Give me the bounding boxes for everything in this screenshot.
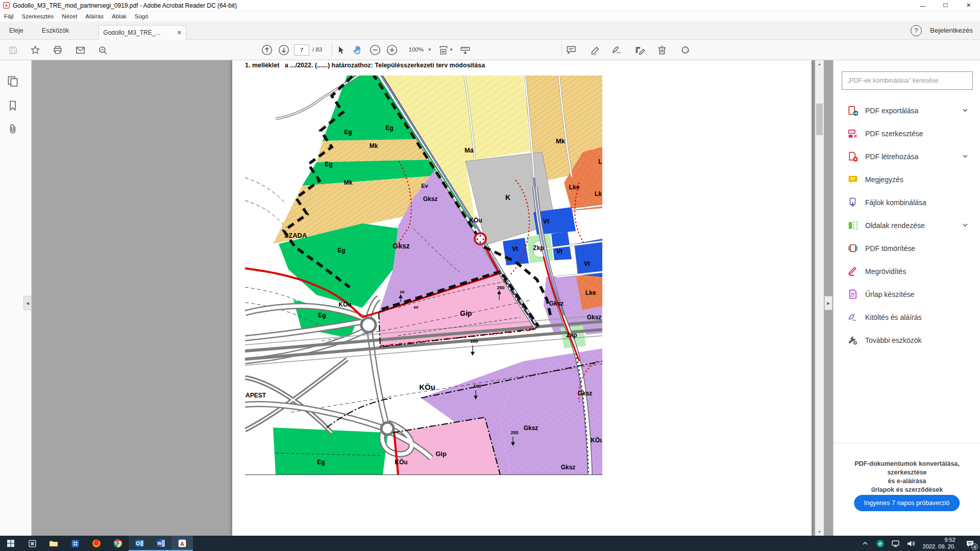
tool-item-organize[interactable]: Oldalak rendezése: [834, 214, 980, 237]
menu-item[interactable]: Súgó: [131, 12, 153, 20]
page-number-input[interactable]: [294, 44, 309, 56]
tool-item-more[interactable]: További eszközök: [834, 329, 980, 352]
ruler-grid-icon[interactable]: [458, 44, 472, 56]
free-trial-button[interactable]: Ingyenes 7 napos próbaverzió: [854, 495, 960, 511]
organize-icon: [848, 220, 858, 231]
tab-home[interactable]: Eleje: [0, 23, 33, 38]
sign-in-button[interactable]: Bejelentkezés: [930, 27, 973, 34]
tool-item-shorten[interactable]: Megrövidítés: [834, 260, 980, 283]
word-icon[interactable]: W: [150, 536, 172, 551]
maximize-button[interactable]: ☐: [934, 0, 957, 11]
email-icon[interactable]: [74, 44, 87, 56]
redo-icon[interactable]: [679, 44, 692, 56]
scroll-down-icon[interactable]: ▼: [815, 528, 824, 536]
tool-item-export[interactable]: PDF exportálása: [834, 99, 980, 122]
tool-item-compress[interactable]: PDF tömörítése: [834, 237, 980, 260]
highlighter-icon[interactable]: [588, 44, 601, 56]
tray-expand-icon[interactable]: [857, 536, 873, 551]
app-grid-icon[interactable]: [64, 536, 86, 551]
acrobat-icon[interactable]: A: [172, 536, 193, 551]
tool-item-create[interactable]: PDF létrehozása: [834, 145, 980, 168]
map-label: Eg: [385, 124, 393, 132]
page-thumbnails-icon[interactable]: [7, 76, 18, 89]
print-icon[interactable]: [51, 44, 64, 56]
fill-sign-icon[interactable]: [610, 44, 623, 56]
chevron-down-icon[interactable]: [962, 221, 968, 230]
close-button[interactable]: ✕: [957, 0, 980, 11]
zoom-out-icon[interactable]: [369, 44, 382, 56]
fit-caret-icon[interactable]: ▼: [449, 47, 453, 52]
fillsign-icon: [848, 312, 858, 322]
scroll-up-icon[interactable]: ▲: [815, 60, 824, 68]
file-explorer-icon[interactable]: [43, 536, 64, 551]
zoom-caret-icon[interactable]: ▼: [428, 47, 432, 52]
map-label: 100: [473, 384, 481, 389]
taskbar: W A e 9:52 2022. 09. 20. 4: [0, 536, 980, 551]
minimize-button[interactable]: —: [911, 0, 934, 11]
fit-width-icon[interactable]: [437, 44, 450, 56]
map-label: Gksz: [524, 424, 538, 432]
previous-page-icon[interactable]: [260, 44, 274, 56]
tool-item-form[interactable]: Űrlap készítése: [834, 283, 980, 306]
volume-icon[interactable]: [903, 536, 919, 551]
action-center-icon[interactable]: 4: [960, 536, 980, 551]
tab-close-icon[interactable]: ✕: [177, 29, 182, 36]
chrome-icon[interactable]: [107, 536, 129, 551]
map-label: 100: [470, 339, 478, 344]
menu-item[interactable]: Nézet: [58, 12, 81, 20]
edit-pdf-icon[interactable]: [633, 44, 646, 56]
map-label: Lke: [585, 289, 596, 296]
tool-item-edit[interactable]: PDF szerkesztése: [834, 122, 980, 145]
tab-document[interactable]: Godollo_M3_TRE_... ✕: [99, 25, 186, 40]
search-icon[interactable]: [96, 44, 109, 56]
chevron-down-icon[interactable]: [962, 106, 968, 115]
tools-search-input[interactable]: [842, 71, 973, 90]
menu-item[interactable]: Fájl: [0, 12, 18, 20]
help-icon[interactable]: ?: [911, 25, 922, 36]
hand-tool-icon[interactable]: [351, 44, 364, 56]
favorites-star-icon[interactable]: [29, 44, 42, 56]
menu-item[interactable]: Aláírás: [81, 12, 108, 20]
tool-item-label: PDF létrehozása: [865, 153, 918, 161]
tab-tools[interactable]: Eszközök: [33, 23, 79, 38]
attachments-icon[interactable]: [7, 123, 18, 137]
scrollbar-thumb[interactable]: [816, 104, 823, 135]
map-label: Gksz: [561, 464, 576, 471]
zoom-in-icon[interactable]: [385, 44, 399, 56]
tool-item-fillsign[interactable]: Kitöltés és aláírás: [834, 306, 980, 329]
collapse-left-pane-button[interactable]: ◀: [23, 296, 32, 310]
menu-item[interactable]: Ablak: [108, 12, 131, 20]
task-view-icon[interactable]: [21, 536, 43, 551]
chevron-down-icon[interactable]: [962, 152, 968, 161]
save-icon[interactable]: [6, 44, 19, 56]
tool-item-label: További eszközök: [865, 336, 922, 344]
firefox-icon[interactable]: [86, 536, 107, 551]
tab-bar: Eleje Eszközök Godollo_M3_TRE_... ✕ ? Be…: [0, 21, 980, 40]
map-label: 60: [400, 290, 405, 294]
svg-text:A: A: [5, 3, 8, 8]
delete-pages-icon[interactable]: [655, 44, 669, 56]
map-label: Lke: [569, 184, 580, 191]
tool-item-comment[interactable]: Megjegyzés: [834, 168, 980, 191]
comment-icon[interactable]: [565, 44, 578, 56]
tool-item-label: Kitöltés és aláírás: [865, 313, 922, 321]
map-label: Eg: [344, 129, 352, 136]
tool-item-combine[interactable]: Fájlok kombinálása: [834, 191, 980, 214]
vertical-scrollbar[interactable]: ▲ ▼: [815, 60, 824, 536]
select-tool-icon[interactable]: [334, 44, 348, 56]
clock-date: 2022. 09. 20.: [923, 543, 955, 550]
comment-icon: [848, 174, 858, 185]
outlook-icon[interactable]: [129, 536, 150, 551]
shorten-icon: [848, 266, 858, 277]
next-page-icon[interactable]: [277, 44, 290, 56]
collapse-right-panel-button[interactable]: ▶: [824, 296, 832, 310]
bookmarks-icon[interactable]: [7, 100, 18, 113]
start-button[interactable]: [0, 536, 21, 551]
map-label: Eg: [337, 247, 345, 254]
menu-item[interactable]: Szerkesztés: [18, 12, 58, 20]
interchange-roundabout-north: [361, 318, 376, 332]
eset-icon[interactable]: e: [873, 536, 888, 551]
taskbar-clock[interactable]: 9:52 2022. 09. 20.: [919, 537, 960, 550]
zoom-level-value[interactable]: 100%: [403, 46, 424, 53]
network-icon[interactable]: [888, 536, 903, 551]
